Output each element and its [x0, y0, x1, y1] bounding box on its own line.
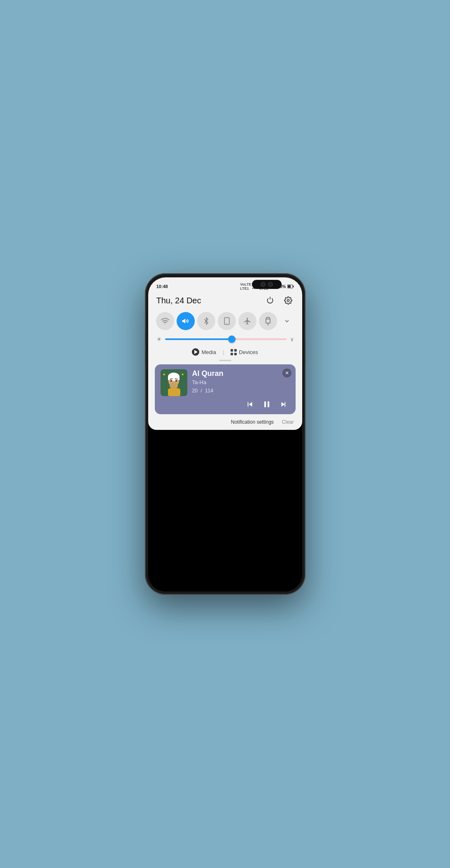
devices-icon	[231, 349, 237, 355]
svg-rect-2	[288, 285, 291, 288]
svg-marker-5	[182, 319, 185, 324]
media-info: Al Quran Ta-Ha 20 / 114	[192, 369, 290, 394]
phone-screen: 10:48 VoLTELTE1 VoLTELTE2	[148, 277, 302, 591]
svg-point-18	[170, 380, 172, 382]
svg-point-3	[287, 300, 289, 302]
quick-toggles	[155, 310, 296, 333]
brightness-row: ☀ ∨	[155, 333, 296, 347]
devices-button[interactable]: Devices	[231, 349, 258, 355]
volte-label: VoLTELTE1	[240, 282, 251, 291]
svg-text:★: ★	[163, 373, 166, 376]
album-art-image: ★ ★	[161, 369, 187, 396]
devices-label: Devices	[239, 349, 258, 355]
notification-panel: 10:48 VoLTELTE1 VoLTELTE2	[148, 277, 302, 430]
camera-lens-2	[268, 282, 273, 287]
camera-cutout	[252, 280, 282, 289]
svg-point-19	[175, 380, 177, 382]
track-current: 20	[192, 388, 198, 394]
track-separator: /	[201, 388, 202, 394]
media-devices-row: Media | Devices	[155, 347, 296, 359]
settings-icon[interactable]	[282, 295, 294, 306]
svg-rect-8	[266, 319, 270, 323]
power-button[interactable]	[305, 341, 305, 366]
brightness-slider[interactable]	[165, 338, 287, 340]
power-button-icon[interactable]	[264, 295, 276, 306]
media-progress: 20 / 114	[192, 388, 290, 394]
more-toggles[interactable]	[280, 314, 294, 328]
media-card-top: ★ ★	[161, 369, 290, 396]
time-display: 10:48	[156, 284, 168, 289]
svg-rect-1	[293, 286, 294, 287]
svg-point-16	[170, 382, 178, 389]
sound-toggle[interactable]	[177, 312, 195, 330]
media-devices-divider: |	[223, 349, 224, 355]
media-notification-card: ✕ ★ ★	[155, 364, 296, 414]
date-row: Thu, 24 Dec	[155, 292, 296, 310]
svg-point-4	[165, 324, 166, 324]
phone-frame: 10:48 VoLTELTE1 VoLTELTE2	[145, 273, 305, 595]
panel-handle	[219, 360, 231, 361]
play-triangle	[194, 350, 198, 354]
svg-line-21	[175, 379, 177, 379]
svg-line-20	[170, 379, 173, 379]
next-button[interactable]	[279, 400, 288, 409]
brightness-icon: ☀	[156, 336, 162, 343]
previous-button[interactable]	[245, 400, 254, 409]
header-buttons	[264, 295, 294, 306]
track-total: 114	[205, 388, 213, 394]
close-icon: ✕	[285, 370, 289, 376]
svg-point-9	[268, 325, 268, 326]
brightness-thumb[interactable]	[228, 335, 235, 343]
brightness-expand-icon[interactable]: ∨	[290, 336, 294, 343]
svg-rect-17	[168, 388, 180, 396]
notification-settings-button[interactable]: Notification settings	[231, 419, 274, 425]
rotation-toggle[interactable]	[218, 312, 236, 330]
play-icon	[192, 348, 199, 356]
flashlight-toggle[interactable]	[259, 312, 277, 330]
media-button[interactable]: Media	[192, 348, 216, 356]
notification-clear-button[interactable]: Clear	[282, 419, 294, 425]
media-label: Media	[201, 349, 216, 355]
media-app-name: Al Quran	[192, 369, 290, 378]
media-controls	[161, 399, 290, 409]
notification-footer: Notification settings Clear	[155, 417, 296, 425]
svg-rect-15	[168, 377, 180, 380]
svg-text:★: ★	[181, 373, 184, 376]
bluetooth-toggle[interactable]	[197, 312, 215, 330]
media-subtitle: Ta-Ha	[192, 379, 290, 385]
volume-up-button[interactable]	[145, 331, 145, 346]
airplane-toggle[interactable]	[238, 312, 256, 330]
wifi-toggle[interactable]	[156, 312, 174, 330]
volume-down-button[interactable]	[145, 351, 145, 366]
notification-close-button[interactable]: ✕	[282, 368, 291, 378]
battery-icon	[287, 284, 294, 289]
album-art: ★ ★	[161, 369, 187, 396]
pause-button[interactable]	[262, 399, 272, 409]
camera-lens-1	[261, 282, 266, 287]
date-display: Thu, 24 Dec	[156, 296, 201, 305]
